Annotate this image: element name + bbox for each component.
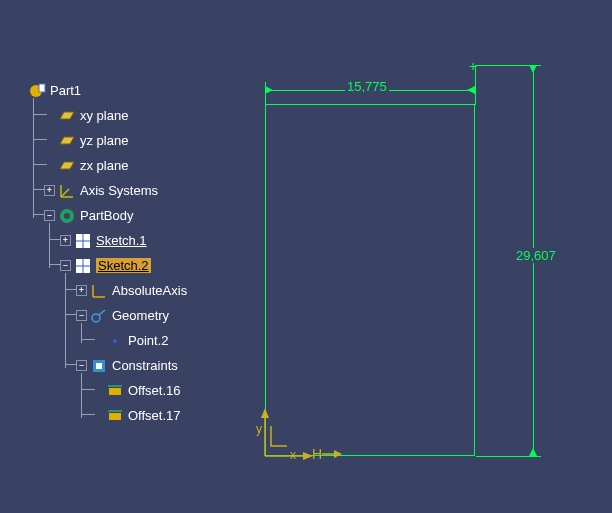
tree-label: Geometry — [112, 308, 169, 323]
tree-node-zx-plane[interactable]: zx plane — [44, 153, 228, 178]
tree-node-sketch2[interactable]: – Sketch.2 — [60, 253, 228, 278]
svg-marker-3 — [60, 137, 74, 144]
tree-connector — [65, 314, 77, 315]
svg-rect-23 — [109, 388, 121, 395]
tree-connector — [65, 273, 66, 368]
geometry-icon — [90, 307, 108, 325]
svg-rect-22 — [96, 363, 102, 369]
collapse-icon[interactable]: – — [76, 310, 87, 321]
svg-line-7 — [61, 189, 69, 197]
tree-node-geometry[interactable]: – Geometry — [76, 303, 228, 328]
constraint-dim-icon — [106, 382, 124, 400]
point-marker-icon: + — [469, 58, 477, 74]
svg-point-20 — [113, 339, 117, 343]
tree-spacer — [44, 135, 55, 146]
svg-rect-25 — [109, 413, 121, 420]
tree-label: Offset.16 — [128, 383, 181, 398]
tree-node-constraints[interactable]: – Constraints — [76, 353, 228, 378]
tree-label: xy plane — [80, 108, 128, 123]
tree-connector — [33, 139, 47, 140]
angle-indicator-icon — [269, 424, 289, 453]
dim-arrow-icon — [467, 86, 475, 94]
constraint-dim-icon — [106, 407, 124, 425]
tree-connector — [49, 239, 61, 240]
dim-v-ext — [476, 456, 541, 457]
tree-connector — [81, 389, 95, 390]
tree-spacer — [44, 160, 55, 171]
axis-x-label: x — [290, 448, 296, 462]
expand-icon[interactable]: + — [44, 185, 55, 196]
svg-point-18 — [92, 314, 100, 322]
svg-marker-32 — [334, 450, 342, 458]
tree-label-active: Sketch.2 — [96, 258, 151, 273]
sketch-icon — [74, 257, 92, 275]
tree-node-sketch1[interactable]: + Sketch.1 — [60, 228, 228, 253]
axis-icon — [90, 282, 108, 300]
tree-label: AbsoluteAxis — [112, 283, 187, 298]
tree-node-xy-plane[interactable]: xy plane — [44, 103, 228, 128]
dim-v-value[interactable]: 29,607 — [514, 248, 558, 263]
tree-spacer — [92, 335, 103, 346]
tree-connector — [49, 264, 61, 265]
axis-system-icon — [58, 182, 76, 200]
tree-spacer — [92, 385, 103, 396]
tree-label: zx plane — [80, 158, 128, 173]
dim-arrow-icon — [529, 65, 537, 73]
point-icon — [106, 332, 124, 350]
dim-arrow-icon — [265, 86, 273, 94]
constraints-icon — [90, 357, 108, 375]
tree-connector — [81, 339, 95, 340]
collapse-icon[interactable]: – — [60, 260, 71, 271]
tree-label: yz plane — [80, 133, 128, 148]
tree-node-offset16[interactable]: Offset.16 — [92, 378, 228, 403]
tree-label: Sketch.1 — [96, 233, 147, 248]
plane-icon — [58, 107, 76, 125]
svg-line-19 — [99, 310, 105, 315]
expand-icon[interactable]: + — [76, 285, 87, 296]
svg-marker-28 — [261, 408, 269, 418]
plane-icon — [58, 157, 76, 175]
tree-label: Constraints — [112, 358, 178, 373]
collapse-icon[interactable]: – — [76, 360, 87, 371]
svg-point-9 — [64, 213, 70, 219]
h-direction-icon — [302, 446, 342, 465]
sketch-icon — [74, 232, 92, 250]
tree-connector — [33, 114, 47, 115]
tree-connector — [33, 98, 34, 218]
body-gear-icon — [58, 207, 76, 225]
tree-connector — [49, 223, 50, 268]
dim-arrow-icon — [529, 448, 537, 456]
sketch-canvas[interactable]: 15,775 + 29,607 y x H — [240, 50, 600, 480]
tree-node-axis-systems[interactable]: + Axis Systems — [44, 178, 228, 203]
dim-h-value[interactable]: 15,775 — [345, 79, 389, 94]
tree-node-partbody[interactable]: – PartBody — [44, 203, 228, 228]
tree-node-point2[interactable]: Point.2 — [92, 328, 228, 353]
expand-icon[interactable]: + — [60, 235, 71, 246]
tree-connector — [81, 373, 82, 418]
tree-spacer — [92, 410, 103, 421]
tree-node-part[interactable]: Part1 — [28, 78, 228, 103]
tree-connector — [33, 214, 45, 215]
tree-connector — [33, 164, 47, 165]
specification-tree[interactable]: Part1 xy plane yz plane zx plane + Axis … — [28, 78, 228, 428]
tree-node-yz-plane[interactable]: yz plane — [44, 128, 228, 153]
tree-connector — [65, 289, 77, 290]
tree-connector — [33, 189, 45, 190]
tree-node-absolute-axis[interactable]: + AbsoluteAxis — [76, 278, 228, 303]
tree-connector — [65, 364, 77, 365]
collapse-icon[interactable]: – — [44, 210, 55, 221]
tree-label: Point.2 — [128, 333, 168, 348]
svg-marker-4 — [60, 162, 74, 169]
axis-y-label: y — [256, 422, 262, 436]
plane-icon — [58, 132, 76, 150]
svg-marker-2 — [60, 112, 74, 119]
tree-label: PartBody — [80, 208, 133, 223]
tree-connector — [81, 414, 95, 415]
tree-label: Part1 — [50, 83, 81, 98]
tree-connector — [81, 323, 82, 343]
tree-label: Offset.17 — [128, 408, 181, 423]
svg-rect-1 — [39, 84, 45, 92]
tree-node-offset17[interactable]: Offset.17 — [92, 403, 228, 428]
tree-spacer — [44, 110, 55, 121]
gear-part-icon — [28, 82, 46, 100]
